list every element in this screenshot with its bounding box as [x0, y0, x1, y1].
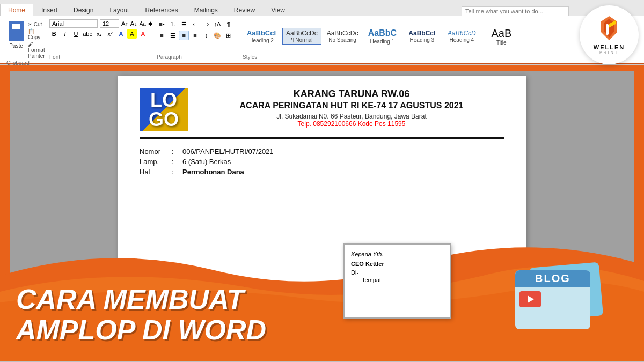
logo-text: LOGO	[149, 91, 179, 129]
doc-divider	[140, 137, 504, 139]
copy-button[interactable]: 📋 Copy	[28, 28, 45, 40]
envelope-name: CEO Kettler	[351, 261, 443, 267]
tab-review[interactable]: Review	[226, 4, 263, 17]
style-normal[interactable]: AaBbCcDc ¶ Normal	[282, 28, 321, 45]
svg-marker-4	[528, 295, 534, 303]
field-colon-nomor: :	[172, 147, 182, 156]
field-label-nomor: Nomor	[140, 147, 172, 156]
superscript-button[interactable]: x²	[105, 29, 114, 39]
blog-header-bar: BLOG	[515, 270, 590, 287]
org-event: ACARA PERINGATAN HUT RI KE-74 17 AGUSTUS…	[199, 101, 504, 110]
main-title-line2: AMPLOP DI WORD	[16, 315, 266, 345]
doc-field-hal: Hal : Permohonan Dana	[140, 168, 504, 176]
blog-label: BLOG	[535, 272, 570, 285]
wellen-logo: WELLEN PRINT	[580, 5, 639, 64]
main-title-line1: CARA MEMBUAT	[16, 284, 266, 315]
numbering-button[interactable]: 1.	[168, 19, 178, 29]
tab-references[interactable]: References	[137, 4, 186, 17]
tab-home[interactable]: Home	[0, 4, 33, 17]
style-title[interactable]: AaB Title	[482, 26, 520, 47]
orange-border-top	[10, 65, 634, 71]
doc-field-lamp: Lamp. : 6 (Satu) Berkas	[140, 158, 504, 166]
style-nospacing[interactable]: AaBbCcDc No Spacing	[324, 28, 362, 44]
clipboard-section: Paste ✂ Cut 📋 Copy 🖌 Format Painter	[2, 17, 45, 62]
italic-button[interactable]: I	[60, 29, 69, 39]
underline-button[interactable]: U	[71, 29, 80, 39]
bullets-button[interactable]: ≡•	[157, 19, 167, 29]
ribbon: Home Insert Design Layout References Mai…	[0, 0, 644, 65]
play-triangle-icon	[525, 294, 535, 304]
document-header: LOGO KARANG TARUNA RW.06 ACARA PERINGATA…	[140, 88, 504, 131]
align-center-button[interactable]: ☰	[168, 31, 178, 40]
envelope-tempat: Tempat	[362, 277, 443, 283]
wellen-brand: WELLEN	[594, 44, 625, 50]
align-left-button[interactable]: ≡	[157, 31, 167, 40]
bottom-overlay: CARA MEMBUAT AMPLOP DI WORD BLOG	[0, 243, 644, 361]
borders-button[interactable]: ⊞	[223, 31, 233, 40]
sort-button[interactable]: ↕A	[213, 19, 223, 29]
line-spacing-button[interactable]: ↕	[201, 31, 211, 40]
style-heading4[interactable]: AaBbCcD Heading 4	[443, 28, 480, 44]
paste-button[interactable]: Paste	[6, 19, 26, 49]
justify-button[interactable]: ≡	[190, 31, 200, 40]
paragraph-label: Paragraph	[157, 53, 233, 60]
tab-view[interactable]: View	[263, 4, 293, 17]
org-name: KARANG TARUNA RW.06	[199, 88, 504, 100]
font-section: A↑ A↓ Aa ✱ B I U abc x₂ x² A A A Font	[45, 17, 152, 62]
subscript-button[interactable]: x₂	[94, 29, 104, 39]
style-heading2[interactable]: AaBbCcI Heading 2	[243, 28, 280, 45]
tab-insert[interactable]: Insert	[33, 4, 65, 17]
paragraph-section: ≡• 1. ☰ ⇐ ⇒ ↕A ¶ ≡ ☰ ≡ ≡ ↕ 🎨 ⊞ Par	[152, 17, 238, 62]
field-value-hal: Permohonan Dana	[182, 168, 244, 176]
decrease-font-button[interactable]: A↓	[130, 20, 137, 27]
strikethrough-button[interactable]: abc	[82, 29, 93, 39]
field-colon-lamp: :	[172, 158, 182, 166]
font-color2-button[interactable]: A	[138, 29, 148, 39]
org-info: KARANG TARUNA RW.06 ACARA PERINGATAN HUT…	[199, 88, 504, 128]
font-name-input[interactable]	[49, 19, 98, 28]
multilevel-button[interactable]: ☰	[179, 19, 189, 29]
document-fields: Nomor : 006/PANPEL/HUTRI/07/2021 Lamp. :…	[140, 147, 504, 176]
org-logo: LOGO	[140, 88, 188, 131]
tab-layout[interactable]: Layout	[101, 4, 137, 17]
cut-button[interactable]: ✂ Cut	[28, 21, 45, 27]
field-value-lamp: 6 (Satu) Berkas	[182, 158, 231, 166]
wellen-icon	[598, 16, 620, 43]
main-title-area: CARA MEMBUAT AMPLOP DI WORD	[16, 284, 266, 345]
field-label-hal: Hal	[140, 168, 172, 176]
ribbon-container: Home Insert Design Layout References Mai…	[0, 0, 644, 65]
font-label: Font	[49, 53, 148, 60]
font-size-input[interactable]	[100, 19, 119, 28]
format-options-button[interactable]: ✱	[148, 21, 152, 27]
increase-indent-button[interactable]: ⇒	[201, 19, 211, 29]
doc-field-nomor: Nomor : 006/PANPEL/HUTRI/07/2021	[140, 147, 504, 156]
blog-card-front: BLOG	[515, 270, 590, 329]
style-heading1[interactable]: AaBbC Heading 1	[363, 27, 401, 45]
main-content-area: LOGO KARANG TARUNA RW.06 ACARA PERINGATA…	[0, 65, 644, 361]
org-address: Jl. Sukadamai N0. 66 Pasteur, Bandung, J…	[199, 113, 504, 120]
svg-rect-2	[606, 24, 609, 35]
bold-button[interactable]: B	[49, 29, 58, 39]
align-right-button[interactable]: ≡	[179, 31, 189, 40]
show-marks-button[interactable]: ¶	[223, 19, 233, 29]
clear-format-button[interactable]: Aa	[140, 21, 146, 27]
ribbon-body: Paste ✂ Cut 📋 Copy 🖌 Format Painter	[0, 16, 644, 64]
org-telp: Telp. 085292100666 Kode Pos 11595	[199, 120, 504, 128]
wellen-sub: PRINT	[599, 50, 619, 54]
increase-font-button[interactable]: A↑	[121, 20, 128, 27]
blog-icon: BLOG	[504, 243, 601, 329]
style-heading3[interactable]: AaBbCcI Heading 3	[403, 28, 441, 44]
shading-button[interactable]: 🎨	[213, 31, 223, 40]
font-color-button[interactable]: A	[116, 29, 126, 39]
ribbon-search-input[interactable]	[462, 6, 569, 16]
blog-content-area	[515, 287, 590, 314]
field-value-nomor: 006/PANPEL/HUTRI/07/2021	[182, 147, 274, 156]
format-painter-button[interactable]: 🖌 Format Painter	[28, 41, 45, 59]
styles-label: Styles	[243, 53, 638, 60]
blog-play-icon	[519, 291, 541, 307]
highlight-color-button[interactable]: A	[127, 29, 136, 39]
decrease-indent-button[interactable]: ⇐	[190, 19, 200, 29]
tab-design[interactable]: Design	[65, 4, 101, 17]
field-colon-hal: :	[172, 168, 182, 176]
tab-mailings[interactable]: Mailings	[186, 4, 226, 17]
